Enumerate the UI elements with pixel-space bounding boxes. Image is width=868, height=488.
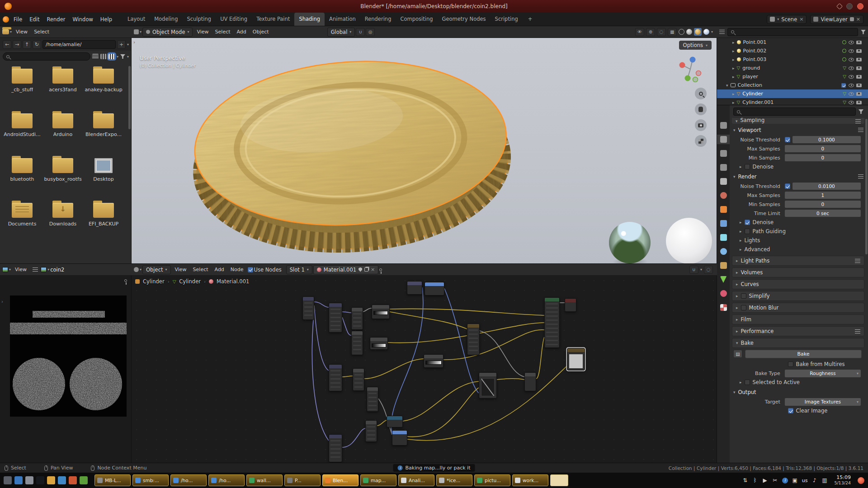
render-visibility-icon[interactable] [856, 84, 862, 87]
workspace-tab-modeling[interactable]: Modeling [150, 13, 182, 26]
task-window-button[interactable]: /ho... [208, 474, 245, 486]
task-window-button[interactable]: MB-L... [94, 474, 131, 486]
expand-arrow-icon[interactable]: ▸ [732, 57, 735, 62]
menu-file[interactable]: File [10, 13, 26, 26]
collapsed-subpanel[interactable]: ▸Denoise [730, 218, 868, 227]
unlink-material-icon[interactable]: × [371, 267, 375, 272]
properties-tab-object-data[interactable] [717, 275, 730, 284]
breadcrumb-item[interactable]: Cylinder [143, 278, 165, 285]
collapsed-subpanel[interactable]: ▸Path Guiding [730, 227, 868, 236]
blender-menu-icon[interactable] [3, 16, 9, 23]
expand-arrow-icon[interactable]: ▸ [740, 247, 742, 252]
window-close-button[interactable] [857, 3, 863, 9]
file-folder[interactable]: anakey-backup [83, 64, 124, 109]
camera-view-button[interactable] [695, 119, 707, 131]
node-canvas[interactable] [132, 276, 717, 463]
shader-node[interactable] [351, 331, 363, 355]
file-folder[interactable]: Documents [2, 198, 42, 243]
outliner-row[interactable]: ▸▽Cylinder▽ [717, 89, 868, 98]
outliner-row[interactable]: ▸▽player▽ [717, 72, 868, 81]
shader-node[interactable] [407, 281, 422, 295]
overlays-toggle-icon[interactable]: ◌ [704, 266, 713, 274]
task-window-button[interactable]: *ice... [436, 474, 472, 486]
image-editor-icon[interactable] [2, 267, 8, 272]
subpanel-checkbox[interactable] [745, 164, 750, 169]
list-view-icon[interactable] [92, 54, 99, 59]
file-browser-menu-view[interactable]: View [13, 26, 31, 38]
panel-header-performance[interactable]: ▸Performance [732, 326, 864, 336]
hide-eye-icon[interactable] [849, 75, 854, 79]
app-launcher-icon[interactable] [58, 476, 66, 484]
value-field[interactable]: 0 [785, 201, 861, 208]
forward-button[interactable]: → [13, 40, 21, 49]
shader-node[interactable] [565, 298, 576, 312]
pin-icon[interactable] [379, 268, 382, 271]
viewport-menu-select[interactable]: Select [212, 26, 234, 38]
shader-node[interactable] [467, 324, 480, 355]
properties-tab-output[interactable] [717, 149, 730, 158]
menu-window[interactable]: Window [69, 13, 96, 26]
expand-arrow-icon[interactable]: ▸ [736, 317, 738, 322]
mode-dropdown[interactable]: Object Mode ▾ [142, 28, 193, 37]
usb-icon[interactable]: ⇅ [742, 477, 748, 483]
property-checkbox[interactable] [785, 137, 790, 142]
workspace-tab-shading[interactable]: Shading [294, 13, 325, 26]
subpanel-checkbox[interactable] [745, 220, 750, 225]
panel-header-light-paths[interactable]: ▸Light Paths [732, 256, 864, 266]
filter-funnel-icon[interactable] [861, 30, 866, 34]
app-launcher-icon[interactable] [4, 476, 12, 484]
workspace-tab-scripting[interactable]: Scripting [491, 13, 523, 26]
filter-funnel-icon[interactable] [859, 109, 863, 114]
property-checkbox[interactable] [785, 183, 790, 189]
file-folder[interactable]: busybox_rootfs [42, 154, 83, 198]
new-folder-button[interactable]: + [117, 40, 126, 49]
app-launcher-icon[interactable] [80, 476, 88, 484]
subpanel-header[interactable]: ▾Output [730, 387, 868, 397]
scene-selector[interactable]: ▾ Scene × [767, 15, 807, 24]
shader-node[interactable] [351, 307, 363, 330]
panel-header-motion-blur[interactable]: ▸Motion Blur [732, 303, 864, 313]
zoom-button[interactable] [695, 88, 707, 99]
pin-icon[interactable] [124, 279, 127, 282]
region-expand-toggle[interactable]: › [1, 299, 3, 304]
outliner-row[interactable]: ▸▽ground▽ [717, 64, 868, 72]
task-window-button[interactable]: P... [284, 474, 321, 486]
shader-node[interactable] [353, 368, 364, 391]
workspace-tab-texture-paint[interactable]: Texture Paint [252, 13, 294, 26]
expand-arrow-icon[interactable]: ▸ [740, 164, 742, 169]
presets-menu-icon[interactable] [855, 329, 860, 333]
cut-icon[interactable]: ✂ [772, 477, 778, 483]
shader-node[interactable] [365, 420, 377, 442]
properties-tab-particles[interactable] [717, 233, 730, 242]
shading-solid-icon[interactable] [686, 29, 692, 35]
expand-arrow-icon[interactable]: ▸ [740, 220, 742, 225]
properties-tab-render[interactable] [717, 135, 730, 144]
expand-arrow-icon[interactable]: ▸ [732, 75, 735, 79]
shader-node[interactable] [387, 416, 403, 427]
snap-magnet-icon[interactable]: ∪ [689, 266, 698, 274]
back-button[interactable]: ← [3, 40, 11, 49]
properties-tab-scene[interactable] [717, 177, 730, 186]
value-field[interactable]: 0 [785, 145, 861, 152]
shader-node[interactable] [367, 387, 378, 412]
image-name[interactable]: coin2 [50, 267, 64, 273]
collapse-arrow-icon[interactable]: ▾ [726, 83, 728, 88]
viewport-menu-add[interactable]: Add [234, 26, 250, 38]
volume-icon[interactable]: ♪ [811, 477, 817, 483]
breadcrumb-item[interactable]: Material.001 [217, 278, 249, 285]
panel-header-bake[interactable]: ▾Bake [732, 338, 864, 348]
play-icon[interactable]: ▶ [762, 477, 768, 483]
menu-render[interactable]: Render [43, 13, 69, 26]
shader-node[interactable] [329, 434, 342, 462]
hide-eye-icon[interactable] [849, 92, 854, 96]
property-checkbox[interactable] [788, 408, 793, 413]
app-launcher-icon[interactable] [25, 476, 33, 484]
refresh-button[interactable]: ↻ [33, 40, 41, 49]
properties-scrollbar[interactable] [865, 119, 868, 254]
shader-node[interactable] [329, 303, 342, 333]
value-field[interactable]: 0 [785, 154, 861, 161]
subpanel-header[interactable]: ▾Viewport [730, 125, 868, 135]
expand-arrow-icon[interactable]: ▸ [736, 329, 738, 333]
value-field[interactable]: 0.0100 [793, 183, 861, 190]
shader-node[interactable] [329, 364, 342, 391]
